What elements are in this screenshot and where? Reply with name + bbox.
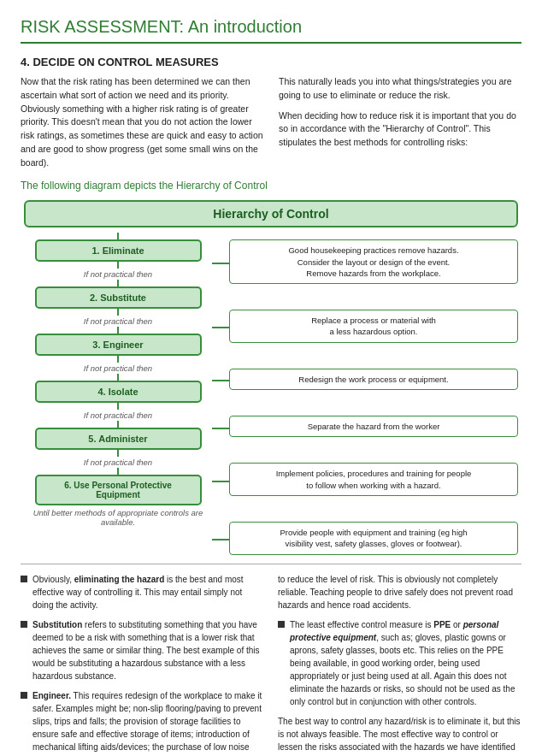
r-row-6: Provide people with equipment and traini… (212, 522, 518, 558)
intro-left: Now that the risk rating has been determ… (21, 75, 263, 169)
best-way-text: The best way to control any hazard/risk … (278, 715, 521, 756)
bullet-icon-1 (21, 576, 27, 582)
intro-two-col: Now that the risk rating has been determ… (21, 75, 521, 169)
hierarchy-top-box: Hierarchy of Control (24, 200, 518, 227)
intro-right: This naturally leads you into what thing… (279, 75, 521, 169)
page-title: RISK ASSESSMENT: An introduction (21, 17, 521, 44)
step-3-box: 3. Engineer (35, 334, 202, 356)
step-3: 3. Engineer If not practical then (24, 334, 212, 381)
step-2-box: 2. Substitute (35, 286, 202, 309)
step-1-box: 1. Eliminate (35, 239, 202, 262)
bullet-eliminate: Obviously, eliminating the hazard is the… (21, 573, 264, 611)
bullet-icon-3 (21, 692, 27, 699)
bullet-ppe: The least effective control measure is P… (278, 618, 521, 708)
r-box-1: Good housekeeping practices remove hazar… (229, 239, 518, 284)
step-5-box: 5. Administer (35, 428, 202, 450)
bullet-engineer: Engineer. This requires redesign of the … (21, 689, 264, 756)
until-text: Until better methods of appropriate cont… (24, 508, 212, 527)
step-4-box: 4. Isolate (35, 381, 202, 403)
bullets-right-col: to reduce the level of risk. This is obv… (278, 573, 521, 756)
bullets-section: Obviously, eliminating the hazard is the… (21, 564, 521, 756)
r-box-6: Provide people with equipment and traini… (229, 522, 518, 555)
r-row-3: Redesign the work process or equipment. (212, 369, 518, 393)
hierarchy-diagram: Hierarchy of Control 1. Eliminate If not… (21, 200, 521, 558)
diagram-intro: The following diagram depicts the Hierar… (21, 180, 521, 192)
r-row-5: Implement policies, procedures and train… (212, 463, 518, 499)
r-row-4: Separate the hazard from the worker (212, 416, 518, 440)
r-row-2: Replace a process or material witha less… (212, 310, 518, 346)
steps-left-col: 1. Eliminate If not practical then 2. Su… (24, 233, 212, 558)
right-descriptions: Good housekeeping practices remove hazar… (212, 233, 518, 558)
right-cont-text: to reduce the level of risk. This is obv… (278, 573, 521, 611)
step-5: 5. Administer If not practical then (24, 428, 212, 475)
bullets-left-col: Obviously, eliminating the hazard is the… (21, 573, 264, 756)
r-box-3: Redesign the work process or equipment. (229, 369, 518, 390)
bullet-icon-ppe (278, 621, 285, 628)
bullet-icon-2 (21, 621, 27, 628)
bullets-two-col: Obviously, eliminating the hazard is the… (21, 573, 521, 756)
step-1: 1. Eliminate If not practical then (24, 239, 212, 286)
r-box-4: Separate the hazard from the worker (229, 416, 518, 437)
r-box-2: Replace a process or material witha less… (229, 310, 518, 343)
step-6: 6. Use Personal Protective Equipment Unt… (24, 475, 212, 527)
r-row-1: Good housekeeping practices remove hazar… (212, 239, 518, 287)
r-box-5: Implement policies, procedures and train… (229, 463, 518, 496)
step-2: 2. Substitute If not practical then (24, 286, 212, 334)
section-title: 4. DECIDE ON CONTROL MEASURES (21, 56, 521, 68)
step-4: 4. Isolate If not practical then (24, 381, 212, 428)
step-6-box: 6. Use Personal Protective Equipment (35, 475, 202, 505)
bullet-substitution: Substitution refers to substituting some… (21, 618, 264, 682)
